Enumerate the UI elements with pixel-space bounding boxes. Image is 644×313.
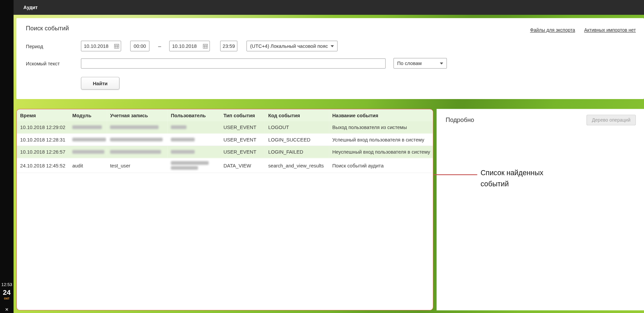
table-row[interactable]: 10.10.2018 12:28:31USER_EVENTLOGIN_SUCCE…: [17, 133, 433, 146]
table-cell: 10.10.2018 12:28:31: [17, 133, 69, 146]
redacted-text: [171, 150, 195, 154]
table-cell: Успешный вход пользователя в систему: [329, 133, 433, 146]
top-bar: Аудит: [0, 0, 644, 15]
table-cell: [69, 146, 107, 158]
redacted-text: [171, 161, 209, 165]
details-panel-title: Подробно: [446, 116, 474, 123]
table-cell: search_and_view_results: [265, 158, 329, 173]
active-imports-link[interactable]: Активных импортов нет: [584, 28, 636, 33]
table-cell: [107, 121, 168, 133]
period-label: Период: [26, 43, 43, 49]
table-cell: 10.10.2018 12:26:57: [17, 146, 69, 158]
column-header[interactable]: Код события: [265, 109, 329, 121]
redacted-text: [171, 138, 195, 142]
table-cell: [107, 133, 168, 146]
column-header[interactable]: Название события: [329, 109, 433, 121]
redacted-text: [171, 125, 187, 129]
table-cell: LOGOUT: [265, 121, 329, 133]
table-cell: USER_EVENT: [220, 133, 265, 146]
table-cell: [168, 121, 220, 133]
redacted-text: [110, 150, 161, 154]
column-header[interactable]: Модуль: [69, 109, 107, 121]
table-cell: USER_EVENT: [220, 146, 265, 158]
search-text-label: Искомый текст: [26, 61, 60, 67]
range-separator: –: [158, 43, 161, 49]
redacted-text: [72, 150, 104, 154]
annotation-label: Список найденных событий: [480, 167, 558, 190]
redacted-text: [72, 138, 106, 142]
match-mode-value: По словам: [397, 60, 422, 66]
date-from-input[interactable]: [81, 41, 121, 52]
table-cell: audit: [69, 158, 107, 173]
table-cell: [69, 121, 107, 133]
table-cell: DATA_VIEW: [220, 158, 265, 173]
redacted-text: [110, 138, 163, 142]
table-cell: LOGIN_SUCCEED: [265, 133, 329, 146]
page-title: Аудит: [24, 0, 38, 15]
table-cell: USER_EVENT: [220, 121, 265, 133]
panel-links: Файлы для экспорта Активных импортов нет: [530, 28, 636, 33]
find-button[interactable]: Найти: [81, 77, 120, 90]
time-to-input[interactable]: [220, 41, 237, 52]
clock-month: окт: [0, 296, 13, 300]
table-cell: Неуспешный вход пользователя в систему: [329, 146, 433, 158]
column-header[interactable]: Пользователь: [168, 109, 220, 121]
results-header-row: ВремяМодульУчетная записьПользовательТип…: [17, 109, 433, 121]
time-from-input[interactable]: [130, 41, 149, 52]
table-cell: test_user: [107, 158, 168, 173]
column-header[interactable]: Тип события: [220, 109, 265, 121]
redacted-text: [110, 125, 159, 129]
table-cell: 10.10.2018 12:29:02: [17, 121, 69, 133]
search-panel: Поиск событий Файлы для экспорта Активны…: [16, 18, 644, 99]
table-cell: Выход пользователя из системы: [329, 121, 433, 133]
close-icon[interactable]: ×: [0, 306, 13, 312]
search-text-input[interactable]: [81, 58, 385, 69]
chevron-down-icon: [331, 45, 334, 47]
table-row[interactable]: 24.10.2018 12:45:52audittest_userDATA_VI…: [17, 158, 433, 173]
match-mode-select[interactable]: По словам: [394, 58, 447, 69]
search-panel-title: Поиск событий: [26, 25, 69, 32]
timezone-select[interactable]: (UTC+4) Локальный часовой пояс: [246, 41, 338, 52]
clock-day: 24: [0, 288, 13, 296]
table-row[interactable]: 10.10.2018 12:29:02USER_EVENTLOGOUTВыход…: [17, 121, 433, 133]
column-header[interactable]: Время: [17, 109, 69, 121]
redacted-text: [171, 166, 198, 170]
results-body: 10.10.2018 12:29:02USER_EVENTLOGOUTВыход…: [17, 121, 433, 173]
operations-tree-button[interactable]: Дерево операций: [586, 115, 636, 125]
results-table: ВремяМодульУчетная записьПользовательТип…: [17, 109, 433, 173]
column-header[interactable]: Учетная запись: [107, 109, 168, 121]
table-cell: [107, 146, 168, 158]
details-panel: Подробно Дерево операций: [437, 109, 644, 310]
table-cell: [69, 133, 107, 146]
table-cell: 24.10.2018 12:45:52: [17, 158, 69, 173]
side-taskbar: 12:53 24 окт ×: [0, 0, 13, 313]
table-row[interactable]: 10.10.2018 12:26:57USER_EVENTLOGIN_FAILE…: [17, 146, 433, 158]
table-cell: [168, 146, 220, 158]
clock-time: 12:53: [0, 282, 13, 287]
table-cell: LOGIN_FAILED: [265, 146, 329, 158]
redacted-text: [72, 125, 102, 129]
date-to-input[interactable]: [169, 41, 210, 52]
results-panel: ВремяМодульУчетная записьПользовательТип…: [16, 109, 433, 310]
table-cell: [168, 158, 220, 173]
timezone-value: (UTC+4) Локальный часовой пояс: [250, 43, 328, 49]
screen: Аудит 12:53 24 окт × Поиск событий Файлы…: [0, 0, 644, 313]
table-cell: [168, 133, 220, 146]
table-cell: Поиск событий аудита: [329, 158, 433, 173]
export-files-link[interactable]: Файлы для экспорта: [530, 28, 575, 33]
chevron-down-icon: [440, 62, 443, 64]
annotation-connector-line: [434, 174, 477, 175]
